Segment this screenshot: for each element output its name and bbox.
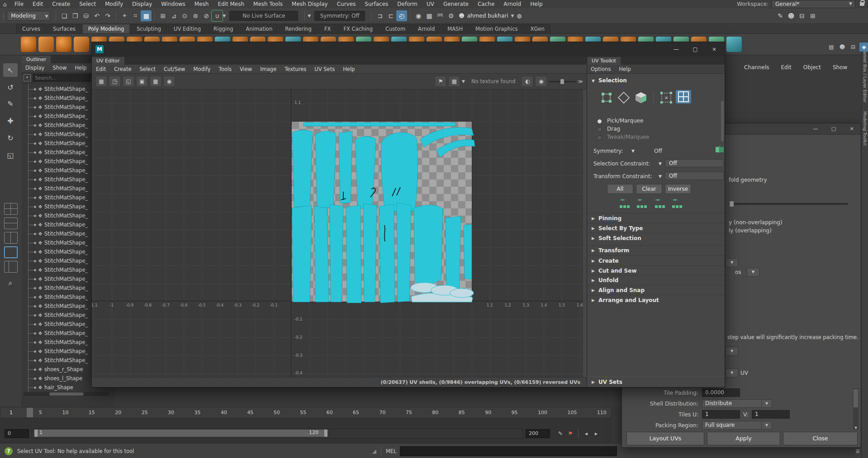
open-scene-icon[interactable]: ❐	[70, 10, 81, 21]
shelf-tab[interactable]: Animation	[240, 24, 279, 33]
snap-point-icon[interactable]: ⊙	[179, 10, 190, 21]
uv-toolkit-menu-item[interactable]: Options	[587, 66, 614, 72]
snap-curve-icon[interactable]: ⊿	[168, 10, 179, 21]
select-face-icon[interactable]	[633, 91, 649, 104]
tweak-marquee-radio[interactable]	[597, 135, 602, 140]
mel-command-input[interactable]	[400, 446, 617, 456]
layout-four-pane-button[interactable]	[4, 217, 18, 229]
delete-history-icon[interactable]	[726, 37, 742, 52]
lock-icon[interactable]	[860, 2, 864, 6]
new-scene-icon[interactable]: ❏	[59, 10, 70, 21]
layout-outliner-persp-button[interactable]	[4, 261, 18, 273]
uv-canvas[interactable]: -1.1-1-0.9-0.8-0.7-0.6-0.5-0.4-0.3-0.2-0…	[92, 90, 587, 377]
uv-editor-toggle-icon[interactable]: ⊞	[807, 10, 818, 21]
save-scene-icon[interactable]: ⛁	[81, 10, 91, 21]
range-end-handle[interactable]	[324, 430, 327, 437]
inverse-button[interactable]: Inverse	[665, 184, 691, 194]
shelf-tab[interactable]: XGen	[525, 24, 550, 33]
minimize-icon[interactable]: —	[667, 43, 686, 55]
menu-item[interactable]: Create	[47, 1, 75, 7]
uv-editor-menu-item[interactable]: Tools	[215, 66, 236, 72]
poly-cube-icon[interactable]	[38, 37, 54, 52]
sync-icon[interactable]: ◍	[517, 13, 522, 19]
set-key-icon[interactable]: ✎	[555, 430, 565, 437]
menu-item[interactable]: File	[10, 1, 28, 7]
channel-box-menu-item[interactable]: Edit	[781, 64, 792, 71]
grow-selection-icon[interactable]	[637, 201, 648, 208]
canvas-scrollbar[interactable]	[583, 90, 587, 377]
menu-item[interactable]: Curves	[332, 1, 360, 7]
modeling-toolkit-side-tab[interactable]: Modeling Toolkit	[863, 111, 868, 146]
anim-start-field[interactable]: 0	[5, 429, 29, 438]
scale-tool-icon[interactable]: ◱	[3, 148, 18, 162]
modeling-toolkit-toggle-icon[interactable]: ◈	[859, 42, 868, 52]
selection-constraint-value[interactable]: Off	[665, 159, 724, 167]
symmetry-icon[interactable]	[716, 146, 724, 155]
channel-box-menu-item[interactable]: Channels	[744, 64, 769, 71]
dialog-scrollbar[interactable]: ▼	[853, 388, 859, 430]
render-view-icon[interactable]: ◉	[413, 10, 424, 21]
attribute-editor-toggle-icon[interactable]: ▤	[827, 42, 836, 52]
pick-marquee-radio[interactable]	[597, 119, 602, 124]
render-current-frame-icon[interactable]: ▦	[424, 10, 435, 21]
menu-item[interactable]: Mesh Display	[287, 1, 332, 7]
rotate-tool-icon[interactable]: ↻	[3, 131, 18, 145]
close-icon[interactable]: ×	[705, 43, 724, 55]
clear-button[interactable]: Clear	[636, 184, 662, 194]
select-uv-shell-icon[interactable]	[676, 90, 691, 104]
range-slider-track[interactable]: 1 120	[32, 429, 523, 439]
shelf-tab[interactable]: UV Editing	[168, 24, 207, 33]
graph-editor-icon[interactable]: ⊟	[797, 10, 807, 21]
shrink-selection-icon[interactable]	[620, 201, 631, 208]
section-cut-and-sew[interactable]: ▶Cut and Sew	[587, 265, 725, 275]
close-icon[interactable]: ×	[843, 123, 861, 133]
checker-display-icon[interactable]: ▩	[150, 76, 161, 87]
select-vertex-icon[interactable]	[599, 91, 614, 104]
menu-item[interactable]: Display	[128, 1, 157, 7]
packing-region-dropdown[interactable]: Full square▼	[702, 421, 762, 430]
shell-distribution-dropdown[interactable]: Distribute▼	[702, 399, 762, 408]
uv-editor-menu-item[interactable]: Textures	[280, 66, 310, 72]
dialog-slider[interactable]	[729, 203, 848, 205]
section-pinning[interactable]: ▶Pinning	[587, 213, 725, 223]
anim-end-field[interactable]: 200	[526, 429, 550, 438]
outliner-hscrollbar[interactable]	[24, 392, 109, 396]
shelf-tab[interactable]: Rigging	[208, 24, 239, 33]
range-start-handle[interactable]	[34, 430, 38, 437]
dialog-dropdown-stub[interactable]: ▼	[747, 268, 759, 277]
uv-borders-icon[interactable]: ▣	[136, 76, 148, 87]
paint-effects-icon[interactable]: ✎	[775, 10, 786, 21]
menu-item[interactable]: Edit	[28, 1, 47, 7]
layout-uvs-button[interactable]: Layout UVs	[626, 432, 704, 445]
list-editor-icon[interactable]: ◴	[396, 10, 407, 21]
paint-select-tool-icon[interactable]: ✎	[3, 97, 18, 110]
next-frame-icon[interactable]: ▸	[591, 430, 601, 437]
account-widget[interactable]: ☻ ahmed bukhari ▼ ◍	[459, 13, 522, 19]
texture-flag-icon[interactable]: ⚑	[435, 76, 446, 87]
toolbar-overflow-icon[interactable]: ≫	[578, 79, 583, 85]
shelf-tab[interactable]: FX	[318, 24, 337, 33]
magnet-tolerance-icon[interactable]: ∪	[212, 10, 223, 21]
select-by-component-icon[interactable]: ▦	[141, 10, 152, 21]
channel-box-side-tab[interactable]: Channel Box / Layer Editor	[863, 45, 868, 103]
layout-uv-persp-button[interactable]	[4, 246, 18, 258]
dialog-dropdown-stub[interactable]: ▼	[726, 368, 738, 378]
pixel-snap-icon[interactable]: ◳	[109, 76, 121, 87]
current-frame-marker[interactable]	[27, 408, 33, 417]
outliner-tab[interactable]: Outliner	[22, 56, 51, 63]
menu-item[interactable]: UV	[422, 1, 439, 7]
symmetry-value[interactable]: Off	[654, 148, 662, 154]
move-tool-icon[interactable]: ✚	[3, 114, 18, 127]
selection-section-header[interactable]: ▼Selection	[592, 77, 627, 84]
zoom-tool-icon[interactable]: ⌕	[3, 276, 18, 289]
uv-editor-menu-item[interactable]: UV Sets	[310, 66, 339, 72]
uv-grid-toggle-icon[interactable]: ▦	[95, 76, 107, 87]
shelf-tab[interactable]: Poly Modeling	[82, 24, 130, 33]
live-surface-field[interactable]: No Live Surface	[229, 11, 298, 21]
select-tool-icon[interactable]: ↖	[3, 63, 18, 77]
channel-box-toggle-icon[interactable]: ⊟	[849, 42, 858, 52]
symmetry-field[interactable]: Symmetry: Off	[314, 11, 365, 21]
select-edge-icon[interactable]	[616, 91, 631, 104]
dim-image-slider[interactable]	[549, 81, 576, 82]
dialog-dropdown-stub[interactable]: ▼	[726, 258, 738, 267]
